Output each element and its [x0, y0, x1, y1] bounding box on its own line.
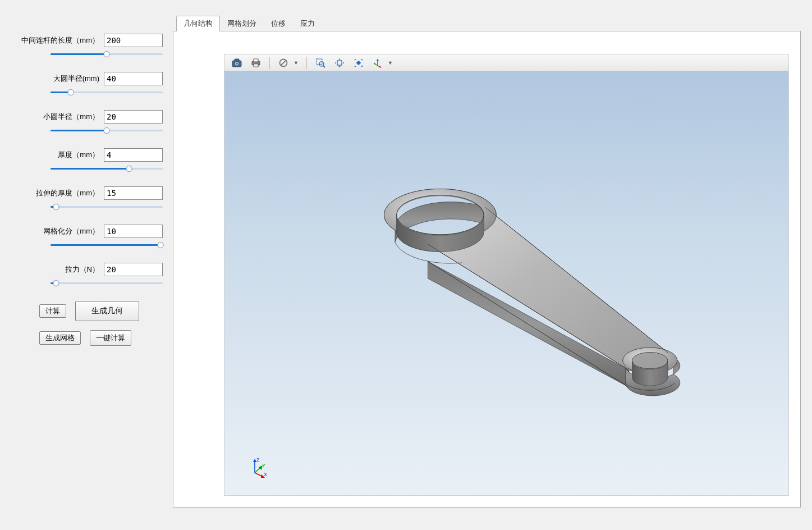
tab[interactable]: 网格划分 [220, 16, 264, 31]
generate-mesh-button[interactable]: 生成网格 [39, 331, 81, 345]
svg-line-11 [323, 66, 325, 67]
param-slider[interactable] [51, 280, 163, 287]
chevron-down-icon[interactable]: ▼ [388, 60, 393, 66]
svg-text:Z: Z [256, 457, 260, 463]
param-input[interactable] [104, 186, 163, 200]
axis-indicator: Z X Y [247, 456, 269, 478]
camera-icon[interactable] [229, 56, 245, 70]
svg-rect-6 [254, 64, 258, 67]
svg-rect-1 [235, 59, 239, 61]
tab[interactable]: 几何结构 [176, 16, 220, 31]
param-slider[interactable] [51, 165, 163, 173]
fit-icon[interactable] [351, 56, 366, 70]
tab-bar: 几何结构网格划分位移应力 [173, 17, 801, 31]
one-click-compute-button[interactable]: 一键计算 [90, 330, 131, 346]
param-row: 小圆半径（mm） [39, 110, 163, 135]
parameters-panel: 中间连杆的长度（mm）大圆半径(mm)小圆半径（mm）厚度（mm）拉伸的厚度（m… [11, 17, 168, 508]
zoom-area-icon[interactable] [313, 56, 328, 70]
param-label: 中间连杆的长度（mm） [21, 35, 99, 45]
block-icon[interactable] [276, 56, 291, 70]
param-slider[interactable] [51, 51, 163, 58]
param-input[interactable] [104, 72, 163, 85]
param-slider[interactable] [51, 241, 163, 249]
svg-text:Y: Y [262, 463, 265, 468]
param-input[interactable] [104, 263, 163, 276]
param-slider[interactable] [51, 127, 163, 135]
param-label: 厚度（mm） [58, 150, 99, 160]
part-render [224, 71, 788, 495]
param-row: 拉伸的厚度（mm） [39, 186, 163, 211]
svg-point-3 [236, 62, 238, 65]
right-panel: 几何结构网格划分位移应力 ▼ [173, 17, 801, 508]
viewer-toolbar: ▼ ▼ [224, 54, 788, 71]
param-label: 拉力（N） [65, 264, 99, 275]
param-input[interactable] [104, 225, 163, 238]
param-label: 小圆半径（mm） [43, 112, 99, 122]
print-icon[interactable] [248, 56, 264, 70]
param-label: 拉伸的厚度（mm） [36, 188, 99, 198]
param-slider[interactable] [51, 203, 163, 211]
chevron-down-icon[interactable]: ▼ [293, 60, 299, 66]
pan-icon[interactable] [332, 56, 347, 70]
app-window: 中间连杆的长度（mm）大圆半径(mm)小圆半径（mm）厚度（mm）拉伸的厚度（m… [0, 0, 812, 530]
param-input[interactable] [104, 34, 163, 47]
viewer-container: ▼ ▼ [224, 54, 789, 496]
tab[interactable]: 位移 [264, 16, 293, 31]
compute-button[interactable]: 计算 [39, 304, 66, 318]
param-row: 大圆半径(mm) [39, 72, 163, 97]
param-label: 大圆半径(mm) [53, 74, 99, 84]
tab-content: ▼ ▼ [173, 31, 801, 508]
3d-viewport[interactable]: Z X Y [224, 71, 788, 495]
svg-line-8 [281, 60, 286, 65]
param-input[interactable] [104, 148, 163, 162]
param-input[interactable] [104, 110, 163, 124]
svg-rect-13 [356, 60, 361, 65]
param-row: 中间连杆的长度（mm） [39, 34, 163, 58]
svg-rect-5 [254, 59, 258, 62]
tab[interactable]: 应力 [293, 16, 322, 31]
svg-text:X: X [264, 472, 267, 477]
svg-rect-12 [337, 61, 342, 65]
svg-point-10 [319, 62, 324, 66]
axis-rotate-icon[interactable] [370, 56, 386, 70]
param-slider[interactable] [51, 89, 163, 97]
param-row: 网格化分（mm） [39, 225, 163, 249]
param-label: 网格化分（mm） [43, 226, 99, 236]
generate-geometry-button[interactable]: 生成几何 [75, 301, 139, 321]
param-row: 拉力（N） [39, 263, 163, 287]
param-row: 厚度（mm） [39, 148, 163, 173]
